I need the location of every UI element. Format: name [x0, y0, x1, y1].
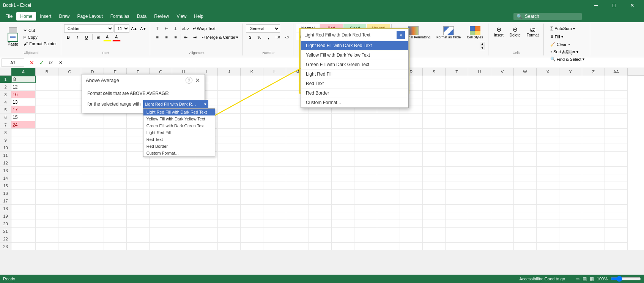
cell-N21[interactable]	[309, 228, 332, 235]
cell-W6[interactable]	[514, 114, 537, 121]
cell-B5[interactable]	[36, 106, 58, 114]
cell-U13[interactable]	[468, 167, 491, 174]
row-number-8[interactable]: 8	[0, 129, 11, 136]
row-number-11[interactable]: 11	[0, 152, 11, 159]
cell-U8[interactable]	[468, 129, 491, 136]
cell-C22[interactable]	[58, 235, 81, 243]
cell-V5[interactable]	[491, 106, 514, 114]
cell-O15[interactable]	[332, 182, 354, 190]
col-header-s[interactable]: S	[423, 68, 446, 76]
page-break-view-button[interactable]: ▦	[590, 276, 594, 281]
cell-Y6[interactable]	[559, 114, 582, 121]
cell-C14[interactable]	[58, 174, 81, 182]
cell-V4[interactable]	[491, 98, 514, 106]
cell-C2[interactable]	[58, 83, 81, 91]
cell-AA14[interactable]	[605, 174, 628, 182]
cell-A17[interactable]	[11, 197, 36, 205]
cell-P18[interactable]	[354, 205, 377, 212]
cell-F19[interactable]	[127, 212, 150, 220]
cell-S23[interactable]	[423, 243, 446, 250]
cell-M23[interactable]	[286, 243, 309, 250]
cell-AA10[interactable]	[605, 144, 628, 152]
cell-R13[interactable]	[400, 167, 423, 174]
confirm-formula-button[interactable]: ✓	[38, 58, 46, 67]
cell-L18[interactable]	[263, 205, 286, 212]
cell-A19[interactable]	[11, 212, 36, 220]
cell-P20[interactable]	[354, 220, 377, 228]
cell-E14[interactable]	[104, 174, 127, 182]
cell-Y7[interactable]	[559, 121, 582, 129]
cell-C18[interactable]	[58, 205, 81, 212]
cell-J3[interactable]	[218, 91, 241, 98]
cell-T20[interactable]	[446, 220, 468, 228]
delete-cells-button[interactable]: ⊖ Delete	[507, 24, 523, 39]
cell-X11[interactable]	[537, 152, 559, 159]
cell-Z6[interactable]	[582, 114, 605, 121]
decrease-decimal-button[interactable]: -.0	[282, 33, 291, 41]
bold-button[interactable]: B	[64, 33, 72, 41]
cell-Y5[interactable]	[559, 106, 582, 114]
menu-insert[interactable]: Insert	[36, 12, 55, 21]
cell-Z8[interactable]	[582, 129, 605, 136]
cell-Z14[interactable]	[582, 174, 605, 182]
cell-T6[interactable]	[446, 114, 468, 121]
cell-M18[interactable]	[286, 205, 309, 212]
cell-D7[interactable]	[81, 121, 104, 129]
cell-C12[interactable]	[58, 159, 81, 167]
cell-P11[interactable]	[354, 152, 377, 159]
cell-D16[interactable]	[81, 190, 104, 197]
col-header-v[interactable]: V	[491, 68, 514, 76]
cell-R9[interactable]	[400, 136, 423, 144]
cell-I14[interactable]	[195, 174, 218, 182]
cell-W19[interactable]	[514, 212, 537, 220]
cell-Z19[interactable]	[582, 212, 605, 220]
cell-S1[interactable]	[423, 76, 446, 83]
cell-L8[interactable]	[263, 129, 286, 136]
cell-B3[interactable]	[36, 91, 58, 98]
cell-Y14[interactable]	[559, 174, 582, 182]
cell-K22[interactable]	[241, 235, 263, 243]
cell-A4[interactable]: 13	[11, 98, 36, 106]
cell-M11[interactable]	[286, 152, 309, 159]
cell-K5[interactable]	[241, 106, 263, 114]
cell-E16[interactable]	[104, 190, 127, 197]
cell-X5[interactable]	[537, 106, 559, 114]
cell-B15[interactable]	[36, 182, 58, 190]
cell-R19[interactable]	[400, 212, 423, 220]
cell-T5[interactable]	[446, 106, 468, 114]
cell-J11[interactable]	[218, 152, 241, 159]
cell-reference-box[interactable]	[2, 58, 24, 67]
dialog-format-dropdown[interactable]: Light Red Fill with Dark Red Text ▾ Ligh…	[143, 100, 208, 108]
cell-J4[interactable]	[218, 98, 241, 106]
wrap-text-button[interactable]: ↵ Wrap Text	[191, 25, 217, 32]
cell-B21[interactable]	[36, 228, 58, 235]
cell-I23[interactable]	[195, 243, 218, 250]
cell-I19[interactable]	[195, 212, 218, 220]
row-number-7[interactable]: 7	[0, 121, 11, 129]
cell-Q9[interactable]	[377, 136, 400, 144]
cell-G17[interactable]	[150, 197, 172, 205]
cell-S6[interactable]	[423, 114, 446, 121]
cell-N22[interactable]	[309, 235, 332, 243]
cell-N13[interactable]	[309, 167, 332, 174]
cell-X22[interactable]	[537, 235, 559, 243]
cell-K6[interactable]	[241, 114, 263, 121]
cell-AA12[interactable]	[605, 159, 628, 167]
cell-S16[interactable]	[423, 190, 446, 197]
cell-R20[interactable]	[400, 220, 423, 228]
cell-D14[interactable]	[81, 174, 104, 182]
large-dd-item-7[interactable]: Custom Format...	[301, 98, 408, 108]
font-color-button[interactable]: A	[112, 33, 121, 41]
dd-item-7[interactable]: Custom Format...	[143, 150, 215, 157]
cell-W7[interactable]	[514, 121, 537, 129]
cell-B2[interactable]	[36, 83, 58, 91]
cell-D10[interactable]	[81, 144, 104, 152]
fill-color-button[interactable]: A	[103, 33, 112, 41]
cell-B20[interactable]	[36, 220, 58, 228]
cell-K7[interactable]	[241, 121, 263, 129]
cell-R15[interactable]	[400, 182, 423, 190]
cell-N19[interactable]	[309, 212, 332, 220]
cell-U11[interactable]	[468, 152, 491, 159]
cell-L14[interactable]	[263, 174, 286, 182]
dialog-format-selected[interactable]: Light Red Fill with Dark Red Text ▾	[143, 100, 208, 108]
